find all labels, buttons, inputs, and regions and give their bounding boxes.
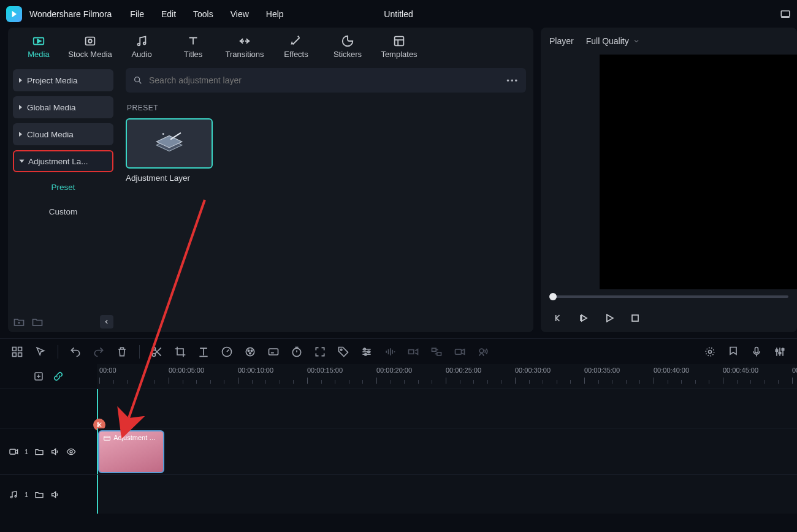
collapse-sidebar-button[interactable]	[100, 315, 113, 329]
svg-point-5	[88, 39, 92, 43]
track-head-audio: 1	[0, 475, 97, 514]
menu-view[interactable]: View	[231, 9, 249, 19]
voiceover-button[interactable]	[750, 346, 763, 358]
svg-marker-22	[607, 314, 613, 322]
undo-button[interactable]	[69, 346, 82, 358]
svg-rect-56	[432, 348, 437, 351]
link-icon[interactable]	[53, 371, 64, 382]
svg-point-80	[10, 496, 12, 498]
document-title: Untitled	[384, 9, 413, 19]
track-visible-icon[interactable]	[66, 447, 76, 457]
tab-titles[interactable]: Titles	[169, 29, 218, 64]
track-folder-icon[interactable]	[34, 490, 44, 500]
track-folder-icon[interactable]	[34, 447, 44, 457]
track-mute-icon[interactable]	[50, 490, 60, 500]
sidebar-sub-preset[interactable]: Preset	[13, 177, 113, 197]
sidebar-item-adjustment-layer[interactable]: Adjustment La...	[13, 150, 113, 172]
tab-transitions[interactable]: Transitions	[220, 29, 269, 64]
ruler-tick: 00:00:05:00	[169, 367, 204, 374]
playhead[interactable]	[97, 475, 98, 514]
player-panel: Player Full Quality	[541, 28, 797, 332]
toolbar-layout-icon[interactable]	[11, 346, 23, 358]
preset-thumbnail[interactable]	[126, 118, 213, 169]
timer-button[interactable]	[291, 346, 303, 358]
lane-audio[interactable]	[97, 475, 797, 514]
track-head-video: 1	[0, 428, 97, 474]
scrub-handle[interactable]	[549, 293, 557, 300]
tab-audio[interactable]: Audio	[117, 29, 166, 64]
delete-button[interactable]	[116, 346, 128, 358]
sidebar-item-project-media[interactable]: Project Media	[13, 69, 113, 91]
search-icon	[133, 75, 143, 85]
fit-button[interactable]	[314, 346, 326, 358]
more-options-icon[interactable]: •••	[506, 76, 519, 85]
svg-point-59	[479, 349, 484, 353]
track-mute-icon[interactable]	[50, 447, 60, 457]
marker-button[interactable]	[727, 346, 739, 358]
play-button[interactable]	[603, 312, 616, 324]
timeline-ruler[interactable]: 00:0000:00:05:0000:00:10:0000:00:15:0000…	[97, 364, 797, 389]
ruler-tick: 00:00:20:00	[376, 367, 412, 374]
ruler-tick: 00:00	[99, 367, 116, 374]
menu-file[interactable]: File	[130, 9, 144, 19]
sidebar-item-global-media[interactable]: Global Media	[13, 96, 113, 118]
player-scrubber[interactable]	[541, 289, 797, 304]
record-button[interactable]	[454, 346, 466, 358]
folder-icon[interactable]	[31, 316, 44, 328]
play-pause-button[interactable]	[578, 312, 590, 324]
lane-spacer[interactable]	[97, 389, 797, 428]
clip-adjustment-layer[interactable]: Adjustment La...	[98, 430, 164, 473]
track-index: 1	[25, 491, 28, 498]
playhead[interactable]	[97, 389, 98, 428]
search-input[interactable]	[149, 75, 500, 85]
audio-icon	[135, 34, 148, 48]
audio-wave-button[interactable]	[384, 346, 396, 358]
split-button[interactable]	[151, 346, 163, 358]
chevron-left-icon	[104, 319, 110, 325]
lane-video[interactable]: Adjustment La...	[97, 428, 797, 474]
sidebar-sub-custom[interactable]: Custom	[13, 202, 113, 221]
color-button[interactable]	[244, 346, 256, 358]
preset-adjustment-layer[interactable]: Adjustment Layer	[126, 118, 213, 183]
new-folder-icon[interactable]	[13, 316, 25, 328]
sidebar-item-cloud-media[interactable]: Cloud Media	[13, 123, 113, 145]
crop-button[interactable]	[174, 346, 186, 358]
media-icon	[32, 34, 45, 48]
tab-templates[interactable]: Templates	[375, 29, 424, 64]
svg-rect-27	[18, 352, 22, 356]
caret-right-icon	[19, 132, 22, 137]
keyframe-button[interactable]	[704, 346, 716, 358]
tab-stickers[interactable]: Stickers	[323, 29, 372, 64]
adjust-button[interactable]	[360, 346, 373, 358]
mixer-button[interactable]	[774, 346, 786, 358]
tab-effects[interactable]: Effects	[272, 29, 321, 64]
tag-button[interactable]	[337, 346, 349, 358]
quality-select[interactable]: Full Quality	[582, 34, 643, 48]
sync-button[interactable]	[430, 346, 443, 358]
tab-stock-media[interactable]: Stock Media	[66, 29, 115, 64]
track-spacer	[0, 389, 797, 428]
playhead[interactable]	[97, 428, 98, 474]
display-mode-icon[interactable]	[780, 9, 791, 20]
stickers-icon	[341, 34, 354, 48]
menu-help[interactable]: Help	[266, 9, 284, 19]
redo-button[interactable]	[93, 346, 105, 358]
caption-button[interactable]	[267, 346, 280, 358]
add-track-icon[interactable]	[33, 371, 44, 382]
text-button[interactable]	[197, 346, 210, 358]
svg-point-7	[143, 42, 146, 45]
speed-button[interactable]	[221, 346, 233, 358]
resource-tabstrip: Media Stock Media Audio Titles Transitio…	[8, 28, 533, 66]
player-viewport[interactable]	[600, 55, 797, 289]
audio-track-icon	[9, 490, 18, 500]
menu-tools[interactable]: Tools	[193, 9, 213, 19]
detach-audio-button[interactable]	[407, 346, 419, 358]
caret-right-icon	[19, 78, 22, 83]
tab-media[interactable]: Media	[14, 29, 63, 64]
voice-button[interactable]	[477, 346, 489, 358]
svg-rect-23	[632, 315, 638, 321]
toolbar-select-icon[interactable]	[34, 346, 47, 358]
menu-edit[interactable]: Edit	[161, 9, 176, 19]
prev-frame-button[interactable]	[552, 312, 564, 324]
stop-button[interactable]	[629, 312, 641, 324]
